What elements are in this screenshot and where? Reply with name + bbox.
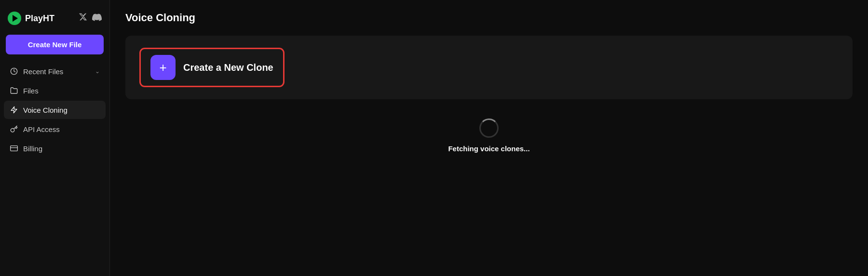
discord-icon[interactable] bbox=[92, 13, 102, 24]
loading-section: Fetching voice clones... bbox=[125, 118, 853, 153]
sidebar-item-label: Files bbox=[23, 87, 39, 95]
loading-spinner bbox=[479, 118, 499, 138]
sidebar-item-label: Voice Cloning bbox=[23, 106, 68, 114]
sidebar-item-files[interactable]: Files bbox=[4, 81, 106, 100]
plus-icon-wrapper: + bbox=[150, 55, 176, 80]
logo-text: PlayHT bbox=[25, 13, 54, 24]
folder-icon bbox=[10, 86, 18, 95]
logo-area: PlayHT bbox=[0, 8, 109, 35]
clone-card-container: + Create a New Clone bbox=[125, 36, 853, 99]
plus-icon: + bbox=[159, 61, 166, 74]
voice-cloning-icon bbox=[10, 105, 18, 114]
billing-icon bbox=[10, 144, 18, 153]
create-new-clone-button[interactable]: + Create a New Clone bbox=[141, 49, 283, 86]
main-content: Voice Cloning + Create a New Clone Fetch… bbox=[110, 0, 868, 276]
social-links bbox=[79, 13, 102, 24]
sidebar-item-label: API Access bbox=[23, 125, 60, 133]
loading-text: Fetching voice clones... bbox=[448, 145, 529, 153]
sidebar-item-recent-files[interactable]: Recent Files ⌄ bbox=[4, 62, 106, 80]
sidebar-item-label: Recent Files bbox=[23, 67, 63, 76]
clock-icon bbox=[10, 67, 18, 76]
sidebar-item-voice-cloning[interactable]: Voice Cloning bbox=[4, 101, 106, 119]
svg-marker-1 bbox=[11, 106, 17, 113]
twitter-icon[interactable] bbox=[79, 13, 87, 24]
chevron-down-icon: ⌄ bbox=[95, 68, 100, 75]
key-icon bbox=[10, 125, 18, 133]
page-title: Voice Cloning bbox=[125, 12, 853, 24]
sidebar: PlayHT Create New File R bbox=[0, 0, 110, 276]
sidebar-navigation: Recent Files ⌄ Files Voice Cloning bbox=[0, 62, 109, 158]
create-clone-label: Create a New Clone bbox=[183, 62, 273, 73]
play-triangle bbox=[13, 15, 18, 22]
sidebar-item-label: Billing bbox=[23, 145, 42, 153]
sidebar-item-billing[interactable]: Billing bbox=[4, 139, 106, 158]
create-new-file-button[interactable]: Create New File bbox=[6, 35, 104, 54]
playht-logo-icon bbox=[8, 12, 21, 25]
sidebar-item-api-access[interactable]: API Access bbox=[4, 120, 106, 138]
svg-rect-2 bbox=[11, 146, 18, 151]
